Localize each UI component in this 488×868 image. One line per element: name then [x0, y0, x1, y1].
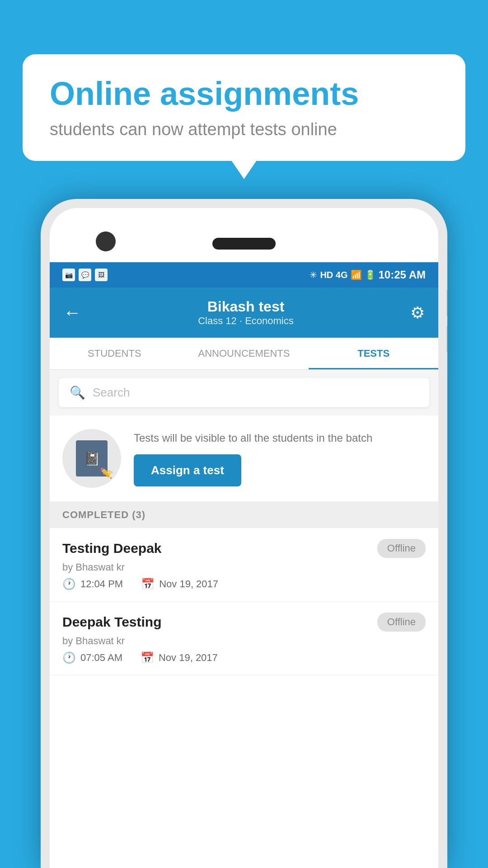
test-meta: 🕐 07:05 AM 📅 Nov 19, 2017	[62, 651, 426, 664]
bubble-subtitle: students can now attempt tests online	[50, 120, 438, 139]
app-icon-3: 🖼	[95, 269, 108, 281]
bluetooth-icon: ✳	[310, 269, 317, 280]
search-placeholder: Search	[93, 386, 130, 400]
clock-icon: 🕐	[62, 578, 76, 590]
back-button[interactable]: ←	[63, 302, 81, 323]
status-time: 10:25 AM	[379, 269, 426, 281]
test-meta: 🕐 12:04 PM 📅 Nov 19, 2017	[62, 578, 426, 590]
completed-section-header: COMPLETED (3)	[50, 502, 438, 528]
test-date: 📅 Nov 19, 2017	[141, 651, 218, 664]
tabs: STUDENTS ANNOUNCEMENTS TESTS	[50, 338, 438, 370]
assign-description: Tests will be visible to all the student…	[134, 430, 426, 446]
test-date: 📅 Nov 19, 2017	[141, 578, 218, 590]
phone-screen: 📷 💬 🖼 ✳ HD 4G 📶 🔋 10:25 AM ← Bik	[50, 208, 438, 868]
tab-announcements[interactable]: ANNOUNCEMENTS	[179, 338, 309, 369]
test-item[interactable]: Deepak Testing Offline by Bhaswat kr 🕐 0…	[50, 602, 438, 675]
bubble-title: Online assignments	[50, 76, 438, 112]
test-author: by Bhaswat kr	[62, 561, 426, 573]
volume-down-button	[446, 326, 447, 353]
test-time: 🕐 12:04 PM	[62, 578, 123, 590]
assign-section: 📓 ✏️ Tests will be visible to all the st…	[50, 415, 438, 502]
search-bar[interactable]: 🔍 Search	[59, 378, 429, 407]
phone-frame: 📷 💬 🖼 ✳ HD 4G 📶 🔋 10:25 AM ← Bik	[41, 199, 447, 868]
date-value: Nov 19, 2017	[159, 652, 218, 664]
search-container: 🔍 Search	[50, 370, 438, 415]
battery-icon: 🔋	[365, 269, 376, 280]
earpiece	[212, 238, 276, 250]
settings-button[interactable]: ⚙	[410, 303, 425, 322]
search-icon: 🔍	[70, 385, 85, 400]
assign-test-button[interactable]: Assign a test	[134, 454, 241, 486]
calendar-icon: 📅	[141, 651, 154, 664]
speech-bubble: Online assignments students can now atte…	[23, 54, 465, 161]
network-label: HD 4G	[320, 270, 347, 280]
app-icon-2: 💬	[79, 269, 91, 281]
app-header: ← Bikash test Class 12 · Economics ⚙	[50, 288, 438, 338]
test-item-top: Testing Deepak Offline	[62, 539, 426, 558]
app-icon-1: 📷	[62, 269, 75, 281]
calendar-icon: 📅	[141, 578, 155, 590]
time-value: 12:04 PM	[80, 578, 123, 590]
test-author: by Bhaswat kr	[62, 635, 426, 647]
test-item-top: Deepak Testing Offline	[62, 613, 426, 632]
offline-badge: Offline	[377, 539, 426, 558]
status-icons: 📷 💬 🖼	[62, 269, 108, 281]
test-item[interactable]: Testing Deepak Offline by Bhaswat kr 🕐 1…	[50, 528, 438, 602]
clock-icon: 🕐	[62, 651, 76, 664]
completed-label: COMPLETED (3)	[62, 509, 145, 520]
date-value: Nov 19, 2017	[159, 578, 218, 590]
header-title: Bikash test	[81, 298, 410, 315]
test-icon-circle: 📓 ✏️	[62, 429, 121, 488]
header-subtitle: Class 12 · Economics	[81, 315, 410, 327]
assign-right: Tests will be visible to all the student…	[134, 430, 426, 487]
camera	[96, 231, 116, 251]
test-name: Deepak Testing	[62, 614, 162, 630]
test-icon: 📓 ✏️	[76, 440, 108, 476]
header-title-area: Bikash test Class 12 · Economics	[81, 298, 410, 327]
tab-tests[interactable]: TESTS	[309, 338, 438, 369]
signal-icon: 📶	[351, 269, 362, 280]
tab-students[interactable]: STUDENTS	[50, 338, 179, 369]
time-value: 07:05 AM	[80, 652, 122, 664]
offline-badge: Offline	[377, 613, 426, 632]
status-right: ✳ HD 4G 📶 🔋 10:25 AM	[310, 269, 426, 281]
test-time: 🕐 07:05 AM	[62, 651, 122, 664]
volume-up-button	[446, 289, 447, 316]
status-bar: 📷 💬 🖼 ✳ HD 4G 📶 🔋 10:25 AM	[50, 262, 438, 288]
test-name: Testing Deepak	[62, 541, 162, 556]
